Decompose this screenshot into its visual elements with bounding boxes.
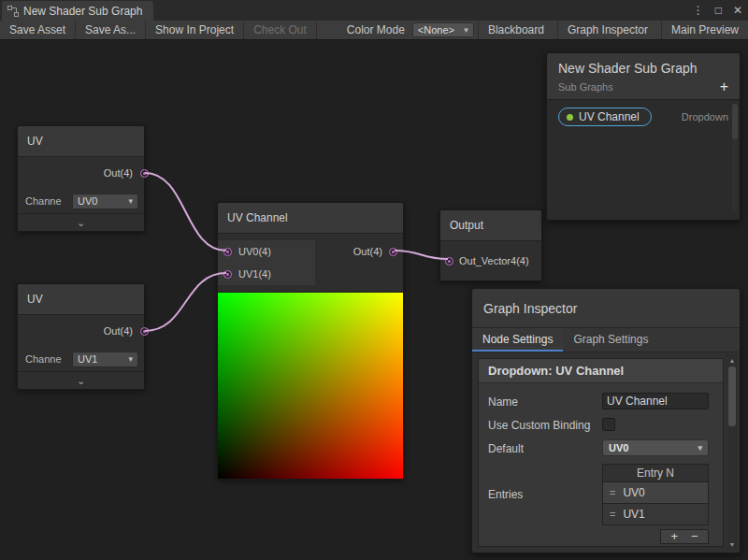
entry-row-uv1[interactable]: = UV1 [602,504,709,525]
inspector-content: Dropdown: UV Channel Name Use Custom Bin… [472,352,740,553]
add-entry-button[interactable]: + [670,531,678,542]
section-title: Dropdown: UV Channel [479,359,723,383]
uv-gradient-preview [218,292,403,479]
exposed-dot-icon [567,114,573,121]
output-port-label: Out(4) [353,246,382,257]
main-preview-toggle-button[interactable]: Main Preview [661,21,748,39]
list-item: UV Channel Dropdown [547,100,740,126]
blackboard-header[interactable]: New Shader Sub Graph Sub Graphs + [547,53,740,100]
toolbar: Save Asset Save As... Show In Project Ch… [0,21,748,40]
blackboard-title: New Shader Sub Graph [558,61,728,76]
use-custom-binding-checkbox[interactable] [602,418,615,431]
tab-graph-settings[interactable]: Graph Settings [563,328,658,352]
entries-list-header: Entry N [602,464,709,482]
property-label: UV Channel [579,110,640,123]
graph-inspector-title[interactable]: Graph Inspector [472,289,740,328]
uv-node-2[interactable]: UV Out(4) Channe UV1 ▾ ⌄ [17,283,145,390]
document-tab[interactable]: New Shader Sub Graph [2,1,153,21]
node-title[interactable]: UV Channel [218,203,403,234]
node-title[interactable]: Output [440,210,541,241]
blackboard-toggle-button[interactable]: Blackboard [478,21,554,39]
default-value: UV0 [609,442,628,453]
scroll-down-icon[interactable]: ▼ [726,538,738,550]
color-mode-label: Color Mode [339,21,412,39]
graph-inspector-panel: Graph Inspector Node Settings Graph Sett… [471,288,741,553]
channel-label: Channe [25,195,68,207]
channel-dropdown[interactable]: UV0 ▾ [72,194,138,209]
input-row: UV1(4) [218,263,315,285]
add-property-button[interactable]: + [720,80,728,93]
scrollbar[interactable]: ▲ ▼ [726,354,738,550]
chevron-down-icon: ⌄ [77,375,85,387]
chevron-down-icon: ⌄ [77,217,85,229]
save-as-button[interactable]: Save As... [76,21,146,39]
uv-channel-node[interactable]: UV Channel UV0(4) UV1(4) Out(4) [217,202,404,480]
channel-value: UV0 [78,195,97,207]
edge-uv1-to-uvchannel[interactable] [145,173,226,251]
drag-handle-icon[interactable]: = [610,509,615,520]
name-label: Name [488,393,602,409]
entries-label: Entries [488,485,602,502]
maximize-icon[interactable]: □ [715,4,722,17]
check-out-button: Check Out [244,21,317,39]
node-title[interactable]: UV [18,126,144,157]
subgraph-icon [7,6,19,17]
tab-node-settings[interactable]: Node Settings [472,328,563,352]
close-icon[interactable]: ✕ [733,4,742,17]
scrollbar-thumb[interactable] [728,366,736,426]
input-port[interactable] [445,257,453,266]
chevron-down-icon: ▾ [128,354,133,364]
blackboard-property-uv-channel[interactable]: UV Channel [558,108,652,126]
tab-title: New Shader Sub Graph [23,5,142,18]
chevron-down-icon: ▾ [128,196,133,206]
property-type: Dropdown [682,111,728,122]
graph-canvas[interactable]: UV Out(4) Channe UV0 ▾ ⌄ UV Out(4) [0,40,748,560]
output-port-label: Out(4) [104,167,133,179]
input-port-label: Out_Vector4(4) [459,255,529,266]
color-mode-dropdown[interactable]: <None> ▾ [412,22,474,37]
entry-label: UV0 [623,486,644,499]
blackboard-subtitle: Sub Graphs [558,81,613,93]
default-label: Default [488,439,602,456]
default-dropdown[interactable]: UV0 ▾ [602,439,709,456]
window-menu-icon[interactable]: ⋮ [693,4,704,17]
input-row: UV0(4) [218,240,315,263]
scrollbar[interactable] [732,104,738,211]
output-port-label: Out(4) [104,325,133,337]
collapse-button[interactable]: ⌄ [18,213,144,231]
name-input[interactable] [602,393,709,409]
entries-list: Entry N = UV0 = UV1 [602,464,709,525]
entry-label: UV1 [623,508,644,521]
entry-row-uv0[interactable]: = UV0 [602,482,709,504]
node-title[interactable]: UV [18,284,144,315]
unity-shader-graph-window: New Shader Sub Graph ⋮ □ ✕ Save Asset Sa… [0,0,748,560]
input-port[interactable] [223,248,232,256]
channel-dropdown[interactable]: UV1 ▾ [72,352,138,367]
channel-label: Channe [25,353,68,365]
chevron-down-icon: ▾ [698,443,702,452]
edge-uv2-to-uvchannel[interactable] [145,273,226,331]
input-port-label: UV1(4) [238,268,271,280]
title-bar: New Shader Sub Graph ⋮ □ ✕ [0,0,748,21]
channel-value: UV1 [78,353,97,365]
graph-inspector-toggle-button[interactable]: Graph Inspector [557,21,657,39]
uv-node-1[interactable]: UV Out(4) Channe UV0 ▾ ⌄ [17,125,145,232]
show-in-project-button[interactable]: Show In Project [146,21,244,39]
dropdown-settings-box: Dropdown: UV Channel Name Use Custom Bin… [478,358,724,547]
input-port-label: UV0(4) [238,246,271,257]
scroll-up-icon[interactable]: ▲ [726,354,738,366]
inspector-tabs: Node Settings Graph Settings [472,328,740,352]
collapse-button[interactable]: ⌄ [18,371,144,389]
blackboard-body: UV Channel Dropdown [547,100,740,219]
entries-list-buttons: + − [660,529,709,544]
use-custom-binding-label: Use Custom Binding [488,416,602,433]
blackboard-panel: New Shader Sub Graph Sub Graphs + UV Cha… [546,52,741,221]
color-mode-value: <None> [418,24,454,36]
scrollbar-thumb[interactable] [732,104,738,139]
save-asset-button[interactable]: Save Asset [0,21,76,39]
output-node[interactable]: Output Out_Vector4(4) [439,209,542,281]
drag-handle-icon[interactable]: = [610,487,615,498]
remove-entry-button[interactable]: − [691,531,698,542]
chevron-down-icon: ▾ [464,25,468,35]
